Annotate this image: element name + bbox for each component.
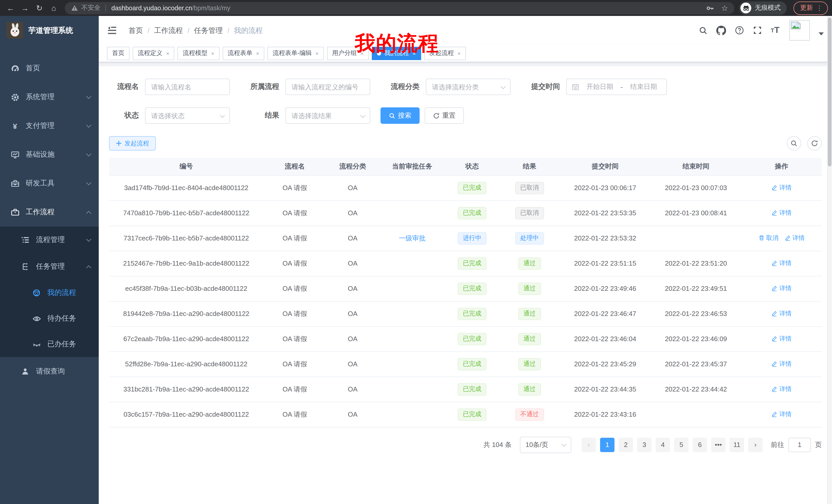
result-select[interactable] (285, 107, 370, 124)
tab-4[interactable]: 流程表单 × (223, 47, 265, 60)
help-icon[interactable] (735, 26, 744, 35)
tab-close-icon[interactable]: × (256, 50, 259, 56)
edit-pen-icon (772, 185, 778, 191)
cell-submit-time: 2022-01-22 23:46:47 (560, 301, 650, 326)
process-def-input[interactable] (285, 79, 370, 95)
address-bar[interactable]: 不安全 dashboard.yudao.iocoder.cn/bpm/task/… (65, 2, 734, 14)
create-process-button[interactable]: 发起流程 (109, 136, 156, 150)
sidebar-item-done-tasks[interactable]: 已办任务 (0, 331, 99, 357)
breadcrumb-task-mgmt[interactable]: 任务管理 (194, 26, 223, 34)
detail-link[interactable]: 详情 (785, 234, 805, 243)
search-button[interactable]: 搜索 (381, 107, 420, 124)
pages-ellipsis[interactable]: ••• (711, 438, 726, 452)
page-button-5[interactable]: 5 (674, 438, 688, 452)
edit-pen-icon (772, 386, 778, 392)
process-name-input[interactable] (145, 79, 230, 95)
detail-link[interactable]: 详情 (772, 385, 791, 394)
tab-close-icon[interactable]: × (458, 50, 461, 56)
reload-icon[interactable]: ↻ (33, 2, 46, 15)
detail-link[interactable]: 详情 (772, 259, 791, 268)
breadcrumb-home[interactable]: 首页 (129, 26, 143, 34)
tab-3[interactable]: 流程模型 × (178, 47, 219, 60)
sidebar-item-process-mgmt[interactable]: 流程管理 (0, 227, 99, 253)
sidebar-item-my-process[interactable]: 我的流程 (0, 280, 99, 306)
detail-link[interactable]: 详情 (772, 284, 791, 293)
sidebar-item-task-mgmt[interactable]: 任务管理 (0, 253, 99, 280)
breadcrumb-workflow[interactable]: 工作流程 (154, 26, 183, 34)
prev-page-button[interactable]: ‹ (581, 438, 596, 452)
search-icon[interactable] (699, 26, 707, 35)
detail-link[interactable]: 详情 (772, 208, 791, 217)
tab-close-icon[interactable]: × (315, 50, 319, 56)
page-size-select[interactable]: 10条/页 (520, 437, 571, 453)
sidebar-item-todo-tasks[interactable]: 待办任务 (0, 306, 99, 331)
browser-menu-icon[interactable]: ⋮ (816, 4, 823, 12)
page-button-11[interactable]: 11 (730, 438, 744, 452)
page-button-3[interactable]: 3 (637, 438, 651, 452)
goto-page-input[interactable] (788, 438, 811, 452)
detail-link[interactable]: 详情 (772, 334, 791, 343)
detail-link[interactable]: 详情 (772, 360, 791, 368)
browser-update-button[interactable]: 更新 ⋮ (794, 1, 828, 15)
incognito-label: 无痕模式 (755, 4, 781, 12)
cell-id: 819442e8-7b9a-11ec-a290-acde48001122 (109, 301, 263, 326)
fullscreen-icon[interactable] (753, 26, 762, 35)
table-row: 2152467e-7b9b-11ec-9a1b-acde48001122 OA … (109, 251, 822, 276)
cell-name: OA 请假 (263, 326, 326, 352)
tab-2[interactable]: 流程定义 × (133, 47, 175, 60)
cell-current-task (379, 200, 445, 226)
tab-1[interactable]: 首页 (107, 47, 130, 60)
sidebar-toggle-icon[interactable] (107, 25, 117, 35)
cell-status: 已完成 (445, 276, 499, 301)
tab-close-icon[interactable]: × (166, 50, 170, 56)
bookmark-star-icon[interactable]: ☆ (721, 3, 728, 12)
tab-5[interactable]: 流程表单-编辑 × (268, 47, 324, 60)
sidebar-item-workflow[interactable]: 工作流程 (0, 198, 99, 227)
edit-pen-icon (785, 235, 791, 241)
toolbox-icon (10, 179, 20, 188)
range-separator: - (621, 83, 623, 91)
sidebar-item-devtools[interactable]: 研发工具 (0, 169, 99, 198)
sidebar-item-infra[interactable]: 基础设施 (0, 140, 99, 169)
font-size-icon[interactable]: TT (771, 25, 780, 35)
submit-time-range-picker[interactable]: 开始日期 - 结束日期 (566, 79, 667, 95)
avatar[interactable] (789, 20, 810, 40)
result-badge: 不通过 (515, 408, 544, 421)
show-search-button[interactable] (787, 136, 801, 150)
edit-pen-icon (772, 311, 778, 317)
avatar-dropdown-icon[interactable] (818, 32, 824, 35)
sidebar-item-home[interactable]: 首页 (0, 54, 99, 83)
cell-end-time: 2022-01-22 23:46:09 (650, 326, 741, 352)
page-button-6[interactable]: 6 (693, 438, 707, 452)
scrollbar[interactable] (827, 16, 832, 504)
github-icon[interactable] (716, 25, 726, 35)
table-row: 7317cec6-7b9b-11ec-b5b7-acde48001122 OA … (109, 226, 822, 251)
next-page-button[interactable]: › (748, 438, 762, 452)
detail-link[interactable]: 详情 (772, 410, 791, 419)
result-badge: 已取消 (515, 207, 544, 219)
home-icon[interactable]: ⌂ (47, 2, 60, 15)
tab-close-icon[interactable]: × (211, 50, 214, 56)
forward-icon[interactable]: → (19, 2, 31, 15)
cancel-link[interactable]: 取消 (758, 234, 779, 243)
status-select[interactable] (145, 107, 230, 124)
detail-link[interactable]: 详情 (772, 309, 791, 318)
current-task-link[interactable]: 一级审批 (399, 234, 425, 242)
password-key-icon[interactable] (706, 4, 714, 12)
reset-button[interactable]: 重置 (425, 107, 464, 124)
page-button-4[interactable]: 4 (656, 438, 670, 452)
sidebar-item-system[interactable]: 系统管理 (0, 83, 99, 111)
cell-actions: 详情 (741, 352, 822, 376)
scrollbar-thumb[interactable] (828, 18, 831, 166)
page-button-1[interactable]: 1 (600, 438, 615, 452)
cell-result: 处理中 (499, 226, 560, 251)
page-button-2[interactable]: 2 (619, 438, 633, 452)
detail-link[interactable]: 详情 (772, 184, 791, 192)
sidebar-item-leave-query[interactable]: 请假查询 (0, 357, 99, 386)
category-select[interactable] (426, 79, 511, 95)
sidebar-item-payment[interactable]: ¥ 支付管理 (0, 111, 99, 140)
cell-current-task (379, 175, 445, 200)
status-badge: 已完成 (458, 282, 487, 295)
back-icon[interactable]: ← (4, 2, 17, 15)
refresh-table-button[interactable] (807, 136, 822, 150)
